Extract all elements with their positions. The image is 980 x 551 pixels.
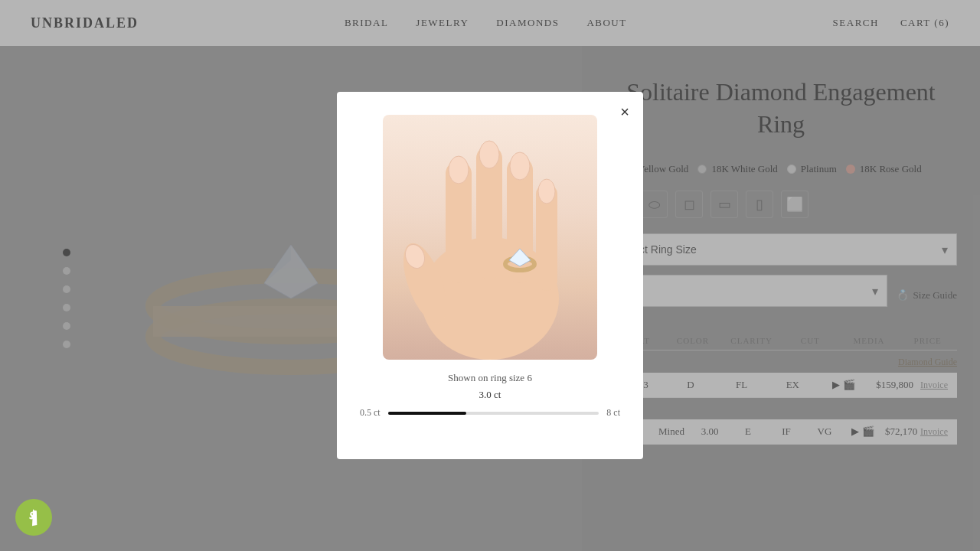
svg-point-15 bbox=[479, 141, 499, 168]
modal-close-button[interactable]: × bbox=[620, 104, 629, 119]
carat-display-text: 3.0 ct bbox=[479, 389, 501, 401]
size-guide-modal: × bbox=[337, 92, 643, 459]
slider-max-label: 8 ct bbox=[606, 407, 620, 419]
carat-slider-row: 0.5 ct 8 ct bbox=[360, 407, 620, 419]
slider-min-label: 0.5 ct bbox=[360, 407, 381, 419]
carat-slider-track bbox=[388, 412, 599, 415]
shopify-badge[interactable] bbox=[15, 499, 52, 536]
svg-point-16 bbox=[510, 152, 530, 180]
svg-point-17 bbox=[538, 179, 555, 204]
svg-point-14 bbox=[449, 156, 469, 184]
slider-fill bbox=[388, 412, 466, 415]
shopify-icon bbox=[24, 508, 43, 527]
modal-overlay[interactable]: × bbox=[0, 0, 980, 551]
hand-image bbox=[383, 115, 597, 360]
shown-on-size-text: Shown on ring size 6 bbox=[448, 372, 532, 384]
